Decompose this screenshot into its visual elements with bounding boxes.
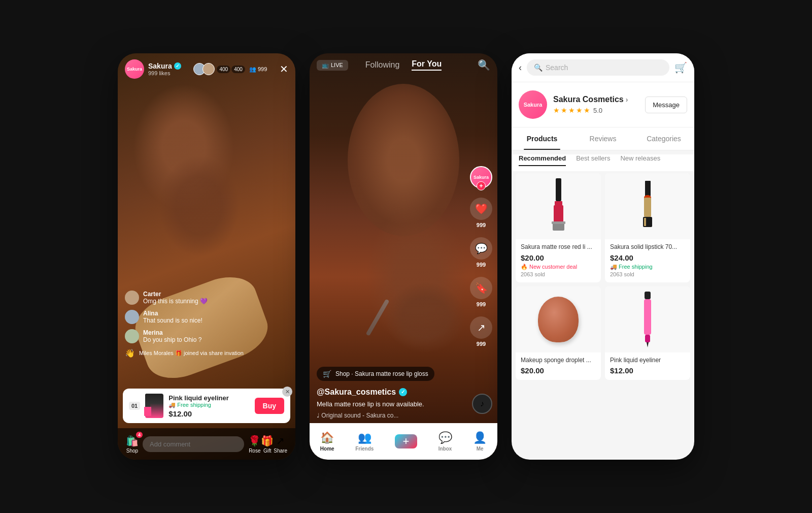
product-details-4: Pink liquid eyeliner $12.00 bbox=[605, 352, 690, 375]
star-5: ★ bbox=[584, 106, 590, 114]
share-count: 999 bbox=[477, 341, 486, 347]
viewer-count: 👥 999 bbox=[249, 66, 267, 73]
product-image bbox=[145, 394, 163, 418]
lipstick-svg-2 bbox=[634, 178, 662, 234]
shop-text: Shop · Sakura matte rose lip gloss bbox=[335, 370, 428, 377]
gift-button[interactable]: 🎁 Gift bbox=[261, 435, 274, 454]
product-price-2: $24.00 bbox=[610, 253, 685, 262]
search-bar[interactable]: 🔍 Search bbox=[527, 59, 669, 76]
svg-marker-13 bbox=[647, 342, 649, 347]
comment-avatar bbox=[125, 291, 139, 305]
share-icon: ↗ bbox=[470, 316, 492, 339]
creator-follow[interactable]: Sakura + bbox=[470, 166, 492, 188]
bookmark-count: 999 bbox=[477, 301, 486, 307]
join-text: Miles Morales 🎁 joined via share invatio… bbox=[139, 350, 244, 357]
product-card-2[interactable]: Sakura solid lipstick 70... $24.00 🚚 Fre… bbox=[605, 173, 690, 282]
user-info: Sakura Sakura ✓ 999 likes bbox=[125, 59, 181, 79]
product-card-1[interactable]: Sakura matte rose red li ... $20.00 🔥 Ne… bbox=[516, 173, 601, 282]
comment-avatar bbox=[125, 310, 139, 324]
product-card-3[interactable]: Makeup sponge droplet ... $20.00 bbox=[516, 286, 601, 380]
count-1: 400 bbox=[217, 66, 230, 73]
gift-icon: 🎁 bbox=[261, 435, 274, 447]
product-name-2: Sakura solid lipstick 70... bbox=[610, 243, 685, 251]
subtab-newreleases[interactable]: New releases bbox=[620, 154, 660, 166]
star-1: ★ bbox=[553, 106, 560, 114]
live-header: Sakura Sakura ✓ 999 likes 400 400 bbox=[118, 59, 295, 79]
rose-icon: 🌹 bbox=[248, 435, 261, 447]
tab-categories[interactable]: Categories bbox=[633, 127, 694, 150]
inbox-nav-button[interactable]: 💬 Inbox bbox=[438, 431, 452, 452]
brand-info: Sakura Cosmetics › ★ ★ ★ ★ ★ 5.0 bbox=[553, 95, 639, 114]
for-you-tab[interactable]: For You bbox=[412, 59, 442, 71]
bottom-navigation: 🏠 Home 👥 Friends + 💬 Inbox 👤 Me bbox=[310, 423, 497, 460]
creator-name: @Sakura_cosmetics ✓ bbox=[317, 388, 467, 397]
bookmark-icon: 🔖 bbox=[470, 277, 492, 299]
cart-button[interactable]: 🛒 bbox=[674, 61, 687, 74]
avatar: Sakura bbox=[125, 59, 144, 79]
share-button[interactable]: ↗ Share bbox=[274, 435, 287, 454]
subtab-recommended[interactable]: Recommended bbox=[519, 154, 566, 166]
me-icon: 👤 bbox=[473, 431, 487, 444]
buy-button[interactable]: Buy bbox=[255, 398, 284, 414]
bookmark-button[interactable]: 🔖 999 bbox=[470, 277, 492, 307]
product-card: ✕ 01 Pink liquid eyeliner 🚚 Free shippin… bbox=[123, 389, 290, 423]
comment-item: Merina Do you ship to Ohio ? bbox=[125, 329, 244, 343]
product-tag-2: 🚚 Free shipping bbox=[610, 264, 685, 270]
message-button[interactable]: Message bbox=[645, 97, 687, 113]
tab-reviews[interactable]: Reviews bbox=[572, 127, 633, 150]
comment-button[interactable]: 💬 999 bbox=[470, 237, 492, 268]
tiktok-disc: ♪ bbox=[472, 394, 492, 414]
create-plus-icon: + bbox=[395, 434, 417, 448]
search-button[interactable]: 🔍 bbox=[478, 59, 490, 71]
home-label: Home bbox=[320, 446, 334, 452]
brand-name[interactable]: Sakura Cosmetics › bbox=[553, 95, 639, 104]
product-card-4[interactable]: Pink liquid eyeliner $12.00 bbox=[605, 286, 690, 380]
product-tag-1: 🔥 New customer deal bbox=[521, 264, 596, 270]
share-label: Share bbox=[274, 448, 287, 454]
following-tab[interactable]: Following bbox=[365, 60, 400, 70]
home-nav-button[interactable]: 🏠 Home bbox=[320, 431, 334, 452]
comment-text: Alina That sound is so nice! bbox=[143, 310, 202, 324]
svg-rect-7 bbox=[644, 198, 651, 217]
live-icon: 📺 bbox=[322, 62, 329, 69]
video-info: @Sakura_cosmetics ✓ Mella matte rose lip… bbox=[317, 388, 467, 419]
friends-label: Friends bbox=[355, 446, 374, 452]
shop-header: ‹ 🔍 Search 🛒 bbox=[512, 53, 694, 82]
svg-rect-12 bbox=[645, 335, 650, 342]
shop-button[interactable]: 4 🛍️ Shop bbox=[126, 435, 139, 454]
like-button[interactable]: ❤️ 999 bbox=[470, 198, 492, 228]
product-shipping: 🚚 Free shipping bbox=[168, 402, 249, 408]
back-button[interactable]: ‹ bbox=[519, 62, 522, 73]
svg-rect-0 bbox=[556, 178, 561, 201]
create-nav-button[interactable]: + bbox=[395, 434, 417, 448]
subtab-bestsellers[interactable]: Best sellers bbox=[576, 154, 610, 166]
comment-item: Carter Omg this is stunning 💜 bbox=[125, 291, 244, 305]
share-button[interactable]: ↗ 999 bbox=[470, 316, 492, 347]
tiktok-disc-button[interactable]: ♪ bbox=[472, 394, 492, 414]
shop-bar[interactable]: 🛒 Shop · Sakura matte rose lip gloss bbox=[317, 367, 434, 381]
friends-nav-button[interactable]: 👥 Friends bbox=[355, 431, 374, 452]
shop-label: Shop bbox=[126, 448, 138, 454]
rose-button[interactable]: 🌹 Rose bbox=[248, 435, 261, 454]
like-icon: ❤️ bbox=[470, 198, 492, 220]
svg-rect-4 bbox=[552, 221, 565, 224]
shop-badge: 4 bbox=[136, 432, 143, 438]
chevron-right-icon: › bbox=[626, 95, 628, 104]
svg-rect-1 bbox=[555, 201, 562, 205]
products-grid: Sakura matte rose red li ... $20.00 🔥 Ne… bbox=[512, 173, 694, 380]
comment-input[interactable] bbox=[143, 436, 244, 452]
rating-value: 5.0 bbox=[593, 107, 602, 114]
me-nav-button[interactable]: 👤 Me bbox=[473, 431, 487, 452]
inbox-icon: 💬 bbox=[438, 431, 452, 444]
comment-count: 999 bbox=[477, 262, 486, 268]
product-image-3 bbox=[516, 286, 601, 352]
fire-icon: 🔥 bbox=[521, 264, 528, 270]
truck-icon: 🚚 bbox=[610, 264, 617, 270]
tab-products[interactable]: Products bbox=[512, 127, 572, 150]
star-4: ★ bbox=[576, 106, 583, 114]
comment-text: Carter Omg this is stunning 💜 bbox=[143, 291, 208, 305]
comment-text: Merina Do you ship to Ohio ? bbox=[143, 329, 201, 343]
close-card-button[interactable]: ✕ bbox=[282, 387, 292, 397]
close-button[interactable]: ✕ bbox=[280, 63, 288, 75]
follower-avatar-2 bbox=[202, 63, 215, 75]
